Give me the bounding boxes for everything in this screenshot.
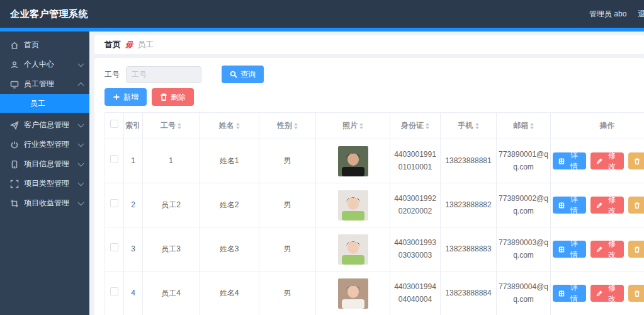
sidebar-item-project-income-mgmt[interactable]: 项目收益管理 — [0, 193, 89, 213]
sidebar-item-customer-info-mgmt[interactable]: 客户信息管理 — [0, 115, 89, 135]
sidebar-subitem-employee[interactable]: 员工 — [0, 94, 89, 113]
employee-photo — [338, 190, 368, 220]
sort-icon — [294, 123, 298, 129]
phone-icon — [10, 160, 19, 169]
table-row: 2 员工2 姓名2 男 440300199202020002 138238888… — [105, 183, 644, 227]
delete-button[interactable]: 删除 — [628, 197, 644, 214]
user-menu[interactable]: 管理员 abo — [589, 9, 626, 20]
cell-id-card: 440300199303030003 — [390, 227, 441, 272]
sort-icon — [426, 123, 429, 129]
sidebar-item-industry-type-mgmt[interactable]: 行业类型管理 — [0, 135, 89, 154]
main-content: 首页 毋 员工 工号 查询 新增 删除 — [89, 32, 644, 315]
sidebar-item-home[interactable]: 首页 — [0, 35, 89, 55]
cell-gender: 男 — [259, 227, 316, 272]
top-navbar: 企业客户管理系统 管理员 abo 退出登录 — [0, 0, 644, 28]
cell-email: 773890001@qq.com — [497, 139, 551, 183]
sidebar-item-label: 行业类型管理 — [24, 139, 79, 150]
sort-icon — [359, 123, 363, 129]
table-row: 4 员工4 姓名4 男 440300199404040004 138238888… — [105, 272, 644, 315]
send-icon — [10, 121, 19, 130]
cell-gender: 男 — [259, 183, 316, 227]
sidebar-subitem-label: 员工 — [30, 98, 45, 109]
cell-gender: 男 — [259, 139, 316, 183]
breadcrumb-home-link[interactable]: 首页 — [105, 39, 121, 50]
select-all-checkbox[interactable] — [110, 120, 118, 128]
cell-index: 3 — [124, 227, 143, 272]
sidebar-item-project-info-mgmt[interactable]: 项目信息管理 — [0, 154, 89, 174]
detail-button[interactable]: 详情 — [553, 197, 586, 214]
header-id-card[interactable]: 身份证 — [390, 113, 441, 139]
employee-photo — [338, 234, 368, 265]
header-email[interactable]: 邮箱 — [497, 113, 551, 139]
delete-button[interactable]: 删除 — [628, 152, 644, 169]
sidebar-item-label: 首页 — [24, 40, 83, 50]
table-row: 1 1 姓名1 男 440300199101010001 13823888881 — [105, 139, 644, 183]
cell-email: 773890003@qq.com — [497, 227, 551, 272]
pencil-icon — [596, 202, 602, 209]
sidebar: 首页 个人中心 员工管理 员工 客户信息管理 行业类型管理 — [0, 32, 89, 315]
pencil-icon — [596, 158, 602, 165]
row-checkbox[interactable] — [110, 199, 118, 207]
cell-id-card: 440300199202020002 — [390, 183, 441, 227]
cell-gender: 男 — [259, 272, 316, 315]
detail-button[interactable]: 详情 — [553, 241, 586, 258]
edit-button[interactable]: 修改 — [590, 241, 624, 258]
header-name[interactable]: 姓名 — [200, 113, 259, 139]
power-icon — [10, 140, 19, 149]
cell-id-card: 440300199101010001 — [390, 139, 441, 183]
detail-button[interactable]: 详情 — [553, 152, 586, 169]
sidebar-item-project-type-mgmt[interactable]: 项目类型管理 — [0, 174, 89, 193]
bulk-delete-button[interactable]: 删除 — [152, 88, 194, 106]
document-icon — [558, 158, 565, 165]
header-index: 索引 — [124, 113, 143, 139]
cell-email: 773890004@qq.com — [497, 272, 551, 315]
row-checkbox[interactable] — [110, 287, 118, 295]
employee-photo — [338, 146, 368, 176]
employee-photo — [338, 278, 368, 309]
header-phone[interactable]: 手机 — [441, 113, 497, 139]
edit-button[interactable]: 修改 — [590, 152, 624, 169]
select-all-cell — [105, 113, 124, 139]
detail-button[interactable]: 详情 — [553, 285, 586, 302]
sidebar-item-personal-center[interactable]: 个人中心 — [0, 55, 89, 74]
row-checkbox[interactable] — [110, 243, 118, 251]
cell-index: 1 — [124, 139, 143, 183]
table-toolbar: 新增 删除 — [105, 88, 634, 106]
cell-name: 姓名2 — [200, 183, 259, 227]
sidebar-item-employee-mgmt[interactable]: 员工管理 — [0, 74, 89, 94]
edit-button[interactable]: 修改 — [590, 197, 624, 214]
delete-button[interactable]: 删除 — [628, 285, 644, 302]
search-icon — [230, 71, 237, 78]
cell-name: 姓名1 — [200, 139, 259, 183]
chevron-down-icon — [78, 180, 84, 186]
chevron-up-icon — [78, 83, 84, 89]
sidebar-item-label: 员工管理 — [24, 79, 79, 89]
sidebar-item-label: 项目信息管理 — [24, 159, 79, 169]
search-button[interactable]: 查询 — [222, 66, 264, 83]
header-worker-id[interactable]: 工号 — [143, 113, 200, 139]
row-checkbox[interactable] — [110, 155, 118, 163]
table-row: 3 员工3 姓名3 男 440300199303030003 138238888… — [105, 227, 644, 272]
chevron-down-icon — [78, 199, 84, 205]
sort-icon — [178, 123, 181, 129]
app-title: 企业客户管理系统 — [0, 8, 88, 20]
cell-phone: 13823888884 — [441, 272, 497, 315]
header-photo[interactable]: 照片 — [316, 113, 390, 139]
chevron-down-icon — [78, 121, 84, 127]
sidebar-item-label: 客户信息管理 — [24, 120, 79, 130]
cell-worker-id: 员工2 — [143, 183, 200, 227]
crop-icon — [10, 199, 19, 208]
logout-link[interactable]: 退出登录 — [638, 9, 644, 20]
edit-button[interactable]: 修改 — [590, 285, 624, 302]
add-button[interactable]: 新增 — [105, 88, 147, 106]
trash-icon — [634, 158, 640, 165]
cell-index: 2 — [124, 183, 143, 227]
delete-button[interactable]: 删除 — [628, 241, 644, 258]
header-gender[interactable]: 性别 — [259, 113, 316, 139]
document-icon — [558, 202, 565, 209]
cell-worker-id: 员工3 — [143, 227, 200, 272]
worker-id-search-input[interactable] — [126, 66, 201, 83]
cell-name: 姓名4 — [200, 272, 259, 315]
chevron-down-icon — [78, 160, 84, 166]
cell-worker-id: 员工4 — [143, 272, 200, 315]
